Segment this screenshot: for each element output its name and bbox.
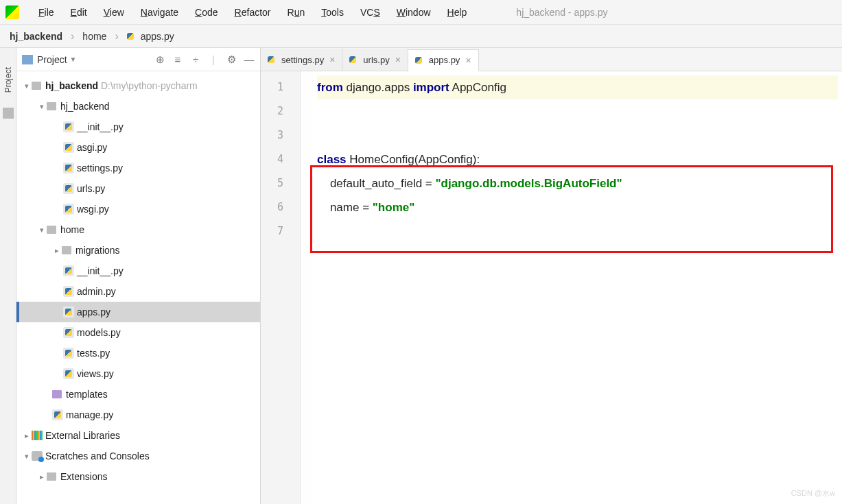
chevron-down-icon[interactable]: ▼ [70, 56, 77, 63]
project-sidebar: Project ▼ ⊕ ≡ ÷ | ⚙ — ▾hj_backend D:\my\… [16, 48, 261, 504]
tree-file[interactable]: tests.py [16, 343, 260, 363]
breadcrumb-file[interactable]: apps.py [141, 31, 174, 42]
python-file-icon [349, 54, 360, 65]
editor-tabs: settings.py× urls.py× apps.py× [261, 48, 842, 71]
project-tool-button[interactable]: Project [3, 62, 13, 98]
gear-icon[interactable]: ⚙ [226, 54, 237, 65]
tree-file[interactable]: asgi.py [16, 137, 260, 158]
menu-help[interactable]: Help [439, 4, 476, 21]
tab-urls[interactable]: urls.py× [342, 49, 408, 71]
menu-edit[interactable]: Edit [62, 4, 95, 21]
chevron-right-icon: › [71, 30, 74, 43]
tree-file[interactable]: wsgi.py [16, 199, 260, 219]
close-icon[interactable]: × [329, 54, 335, 65]
tree-file[interactable]: settings.py [16, 158, 260, 178]
gutter: 1234567 [261, 71, 301, 504]
window-title: hj_backend - apps.py [516, 7, 607, 18]
tree-file[interactable]: views.py [16, 363, 260, 384]
chevron-right-icon: › [115, 30, 118, 43]
editor-body[interactable]: 1234567 from django.apps import AppConfi… [261, 71, 842, 504]
tree-file[interactable]: manage.py [16, 405, 260, 425]
close-icon[interactable]: × [395, 54, 401, 65]
scratch-icon [32, 451, 43, 461]
tab-settings[interactable]: settings.py× [261, 49, 342, 71]
tree-extensions[interactable]: ▸Extensions [16, 466, 260, 487]
tree-file[interactable]: admin.py [16, 281, 260, 302]
menu-file[interactable]: File [30, 4, 62, 21]
tree-file-apps[interactable]: apps.py [16, 302, 260, 322]
menu-window[interactable]: Window [388, 4, 439, 21]
fold-column [301, 71, 313, 504]
close-icon[interactable]: × [465, 55, 471, 66]
breadcrumb-folder[interactable]: home [82, 31, 106, 42]
tree-file[interactable]: urls.py [16, 178, 260, 199]
tree-ext-lib[interactable]: ▸External Libraries [16, 425, 260, 446]
minimize-icon[interactable]: — [244, 54, 255, 65]
tab-apps[interactable]: apps.py× [408, 49, 479, 71]
python-file-icon [127, 31, 138, 42]
code-area[interactable]: from django.apps import AppConfig class … [313, 71, 842, 504]
menu-code[interactable]: Code [187, 4, 226, 21]
tree-migrations[interactable]: ▸migrations [16, 240, 260, 261]
collapse-icon[interactable]: ÷ [190, 54, 201, 65]
menu-vcs[interactable]: VCS [352, 4, 388, 21]
project-icon [22, 55, 33, 64]
tree-file[interactable]: __init__.py [16, 117, 260, 137]
tree-file[interactable]: __init__.py [16, 261, 260, 281]
tree-scratches[interactable]: ▾Scratches and Consoles [16, 446, 260, 466]
menu-refactor[interactable]: Refactor [226, 4, 279, 21]
expand-icon[interactable]: ≡ [172, 54, 183, 65]
menu-navigate[interactable]: Navigate [132, 4, 187, 21]
project-tree: ▾hj_backend D:\my\python-pycharm ▾hj_bac… [16, 71, 260, 504]
python-file-icon [415, 55, 426, 66]
tree-root[interactable]: ▾hj_backend D:\my\python-pycharm [16, 75, 260, 96]
editor: settings.py× urls.py× apps.py× 1234567 f… [261, 48, 842, 504]
watermark: CSDN @水w [791, 488, 835, 499]
menu-tools[interactable]: Tools [313, 4, 352, 21]
tree-pkg-home[interactable]: ▾home [16, 219, 260, 240]
library-icon [32, 431, 43, 440]
menu-view[interactable]: View [95, 4, 132, 21]
breadcrumb: hj_backend › home › apps.py [0, 25, 842, 48]
structure-tool-button[interactable] [3, 108, 14, 119]
tree-templates[interactable]: templates [16, 384, 260, 405]
project-label[interactable]: Project [37, 54, 67, 65]
menu-run[interactable]: Run [279, 4, 314, 21]
tree-file[interactable]: models.py [16, 322, 260, 343]
tree-pkg[interactable]: ▾hj_backend [16, 96, 260, 117]
python-file-icon [268, 54, 279, 65]
menubar: File Edit View Navigate Code Refactor Ru… [0, 0, 842, 25]
tool-window-bar: Project [0, 48, 16, 504]
sidebar-toolbar: Project ▼ ⊕ ≡ ÷ | ⚙ — [16, 48, 260, 71]
target-icon[interactable]: ⊕ [154, 54, 165, 65]
app-icon [5, 5, 19, 19]
breadcrumb-root[interactable]: hj_backend [10, 31, 62, 42]
